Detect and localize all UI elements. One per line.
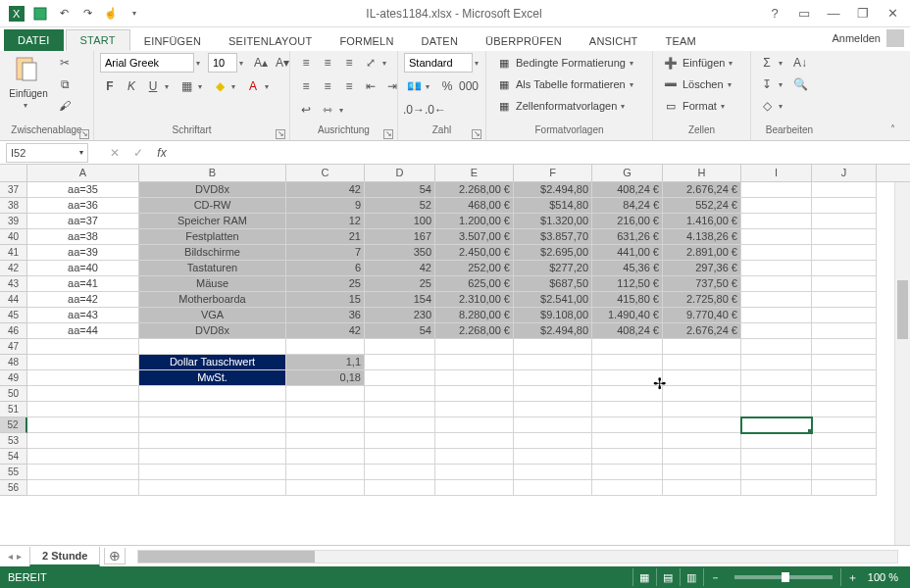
cell[interactable] [812, 276, 877, 292]
col-header-D[interactable]: D [365, 165, 435, 181]
autosum-dropdown-icon[interactable]: ▾ [779, 59, 788, 68]
cell[interactable] [514, 339, 592, 355]
cell[interactable]: 737,50 € [663, 276, 741, 292]
accounting-icon[interactable]: 💶 [404, 76, 424, 96]
cell[interactable]: Bildschirme [139, 245, 286, 261]
sheet-tab-active[interactable]: 2 Stunde [29, 547, 100, 566]
cell[interactable] [286, 417, 365, 433]
cell[interactable] [741, 370, 812, 386]
cell[interactable] [435, 449, 514, 465]
fill-dropdown-icon[interactable]: ▾ [779, 80, 788, 89]
cell[interactable]: $277,20 [514, 261, 592, 276]
col-header-I[interactable]: I [741, 165, 812, 181]
tab-pagelayout[interactable]: SEITENLAYOUT [215, 31, 326, 51]
font-name-input[interactable] [100, 53, 194, 73]
border-dropdown-icon[interactable]: ▾ [198, 82, 208, 91]
font-dialog-icon[interactable]: ↘ [276, 129, 285, 139]
collapse-ribbon-icon[interactable]: ˄ [890, 123, 904, 137]
cell[interactable] [592, 370, 663, 386]
cell[interactable]: 9 [286, 198, 365, 214]
wrap-text-icon[interactable]: ↩ [296, 100, 316, 120]
sort-filter-icon[interactable]: A↓ [790, 53, 810, 73]
cell[interactable] [286, 339, 365, 355]
cell[interactable]: $514,80 [514, 198, 592, 214]
cell[interactable] [139, 449, 286, 465]
cell[interactable]: $1.320,00 [514, 214, 592, 229]
cell[interactable] [139, 417, 286, 433]
cell[interactable] [741, 198, 812, 214]
cell[interactable]: 54 [365, 323, 435, 339]
cell[interactable]: 297,36 € [663, 261, 741, 276]
cell[interactable]: $2.541,00 [514, 292, 592, 308]
col-header-C[interactable]: C [286, 165, 365, 181]
cell[interactable] [812, 433, 877, 449]
cancel-formula-icon[interactable]: ✕ [106, 144, 124, 162]
cell[interactable]: 2.891,00 € [663, 245, 741, 261]
name-box[interactable]: I52▾ [6, 143, 88, 163]
cell[interactable]: 552,24 € [663, 198, 741, 214]
cell[interactable] [286, 449, 365, 465]
insert-function-icon[interactable]: fx [153, 144, 171, 162]
cell[interactable]: 15 [286, 292, 365, 308]
cell[interactable] [812, 308, 877, 323]
cell[interactable]: 625,00 € [435, 276, 514, 292]
insert-cells-button[interactable]: ➕Einfügen▾ [659, 53, 742, 73]
cell[interactable] [514, 402, 592, 417]
cell[interactable] [435, 339, 514, 355]
cell[interactable] [812, 339, 877, 355]
cell[interactable] [27, 433, 139, 449]
cell[interactable]: 7 [286, 245, 365, 261]
cell[interactable] [812, 198, 877, 214]
align-center-icon[interactable]: ≡ [318, 76, 337, 96]
cell[interactable]: 2.268,00 € [435, 323, 514, 339]
align-left-icon[interactable]: ≡ [296, 76, 316, 96]
row-header[interactable]: 41 [0, 245, 27, 261]
cell[interactable] [365, 339, 435, 355]
sheet-nav-last-icon[interactable]: ▸ [17, 551, 22, 562]
cell[interactable]: Festplatten [139, 229, 286, 245]
col-header-E[interactable]: E [435, 165, 514, 181]
cell[interactable] [663, 465, 741, 480]
cell[interactable] [365, 402, 435, 417]
cell[interactable]: 52 [365, 198, 435, 214]
row-header[interactable]: 42 [0, 261, 27, 276]
sheet-nav-first-icon[interactable]: ◂ [8, 551, 13, 562]
cell[interactable]: 408,24 € [592, 323, 663, 339]
shrink-font-icon[interactable]: A▾ [273, 53, 292, 73]
cell[interactable] [812, 355, 877, 370]
cell[interactable]: 216,00 € [592, 214, 663, 229]
cell[interactable]: 2.268,00 € [435, 182, 514, 198]
cell[interactable] [286, 433, 365, 449]
cell[interactable] [139, 465, 286, 480]
cell[interactable]: Motherboarda [139, 292, 286, 308]
align-dialog-icon[interactable]: ↘ [383, 129, 393, 139]
border-icon[interactable]: ▦ [177, 76, 196, 96]
cell[interactable]: 154 [365, 292, 435, 308]
cell[interactable]: aa=44 [27, 323, 139, 339]
tab-insert[interactable]: EINFÜGEN [130, 31, 215, 51]
cell[interactable]: 42 [286, 323, 365, 339]
cell[interactable] [812, 386, 877, 402]
worksheet-grid[interactable]: A B C D E F G H I J 37aa=35DVD8x42542.26… [0, 165, 910, 545]
align-bottom-icon[interactable]: ≡ [339, 53, 359, 73]
zoom-level[interactable]: 100 % [864, 571, 902, 583]
cell[interactable] [435, 370, 514, 386]
cell[interactable] [592, 339, 663, 355]
redo-icon[interactable]: ↷ [76, 3, 98, 24]
increase-decimal-icon[interactable]: .0→ [404, 100, 424, 120]
cell[interactable] [741, 449, 812, 465]
cell[interactable]: CD-RW [139, 198, 286, 214]
format-as-table-button[interactable]: ▦Als Tabelle formatieren▾ [492, 74, 643, 94]
row-header[interactable]: 39 [0, 214, 27, 229]
cell[interactable]: 45,36 € [592, 261, 663, 276]
cell[interactable] [741, 245, 812, 261]
cell[interactable] [514, 417, 592, 433]
cell[interactable] [812, 465, 877, 480]
underline-button[interactable]: U [143, 76, 163, 96]
cell[interactable]: 1.200,00 € [435, 214, 514, 229]
cell[interactable] [812, 182, 877, 198]
cell[interactable] [286, 465, 365, 480]
cell[interactable] [514, 465, 592, 480]
cell[interactable] [741, 386, 812, 402]
cell[interactable] [592, 465, 663, 480]
